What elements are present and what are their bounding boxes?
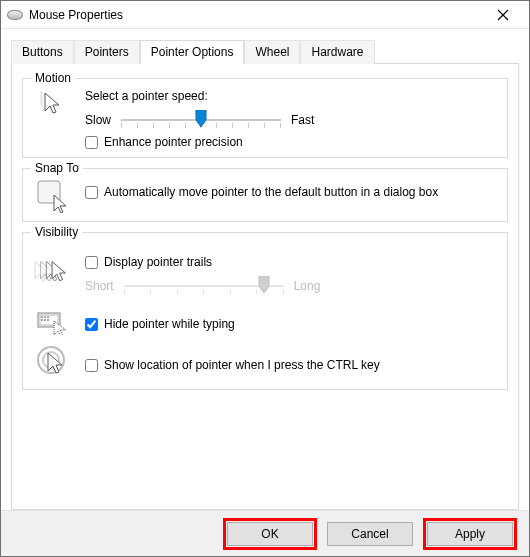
tab-page: Motion Select a pointer speed: Slow <box>11 63 519 510</box>
snapto-input[interactable] <box>85 186 98 199</box>
close-icon <box>497 9 509 21</box>
ok-highlight: OK <box>223 518 317 550</box>
visibility-legend: Visibility <box>31 225 82 239</box>
trails-length-slider <box>124 277 284 295</box>
svg-rect-5 <box>47 316 49 318</box>
tab-wheel[interactable]: Wheel <box>244 40 300 64</box>
dialog-button-bar: OK Cancel Apply <box>1 510 529 556</box>
trails-short-label: Short <box>85 279 114 293</box>
titlebar: Mouse Properties <box>1 1 529 29</box>
mouse-icon <box>7 10 23 20</box>
svg-rect-7 <box>44 319 46 321</box>
tab-hardware[interactable]: Hardware <box>300 40 374 64</box>
tab-pointer-options[interactable]: Pointer Options <box>140 40 245 64</box>
pointer-speed-slider[interactable] <box>121 111 281 129</box>
tab-buttons[interactable]: Buttons <box>11 40 74 64</box>
close-button[interactable] <box>483 2 523 28</box>
visibility-group: Visibility Display pointer trails <box>22 232 508 390</box>
cursor-icon <box>39 89 67 117</box>
ctrl-locate-checkbox[interactable]: Show location of pointer when I press th… <box>85 358 497 372</box>
trails-icon <box>33 259 73 287</box>
svg-rect-8 <box>47 319 49 321</box>
snapto-group: Snap To Automatically move pointer to th… <box>22 168 508 222</box>
ctrl-locate-input[interactable] <box>85 359 98 372</box>
window-title: Mouse Properties <box>29 8 483 22</box>
apply-button[interactable]: Apply <box>427 522 513 546</box>
svg-rect-3 <box>41 316 43 318</box>
apply-highlight: Apply <box>423 518 517 550</box>
snapto-legend: Snap To <box>31 161 83 175</box>
enhance-precision-input[interactable] <box>85 136 98 149</box>
enhance-precision-label: Enhance pointer precision <box>104 135 243 149</box>
snapto-checkbox[interactable]: Automatically move pointer to the defaul… <box>85 185 497 199</box>
tab-strip: Buttons Pointers Pointer Options Wheel H… <box>1 29 529 63</box>
hide-typing-label: Hide pointer while typing <box>104 317 235 331</box>
ok-button[interactable]: OK <box>227 522 313 546</box>
cancel-button[interactable]: Cancel <box>327 522 413 546</box>
motion-fast-label: Fast <box>291 113 314 127</box>
trails-checkbox[interactable]: Display pointer trails <box>85 255 497 269</box>
motion-select-label: Select a pointer speed: <box>85 89 497 103</box>
enhance-precision-checkbox[interactable]: Enhance pointer precision <box>85 135 497 149</box>
snapto-label: Automatically move pointer to the defaul… <box>104 185 438 199</box>
motion-group: Motion Select a pointer speed: Slow <box>22 78 508 158</box>
trails-long-label: Long <box>294 279 321 293</box>
svg-rect-6 <box>41 319 43 321</box>
ctrl-locate-label: Show location of pointer when I press th… <box>104 358 380 372</box>
motion-slow-label: Slow <box>85 113 111 127</box>
hide-typing-icon <box>36 307 70 335</box>
tab-pointers[interactable]: Pointers <box>74 40 140 64</box>
trails-input[interactable] <box>85 256 98 269</box>
snap-to-icon <box>36 179 70 213</box>
ctrl-locate-icon <box>36 345 70 379</box>
svg-rect-4 <box>44 316 46 318</box>
trails-label: Display pointer trails <box>104 255 212 269</box>
mouse-properties-window: Mouse Properties Buttons Pointers Pointe… <box>0 0 530 557</box>
hide-typing-input[interactable] <box>85 318 98 331</box>
hide-typing-checkbox[interactable]: Hide pointer while typing <box>85 317 497 331</box>
motion-legend: Motion <box>31 71 75 85</box>
